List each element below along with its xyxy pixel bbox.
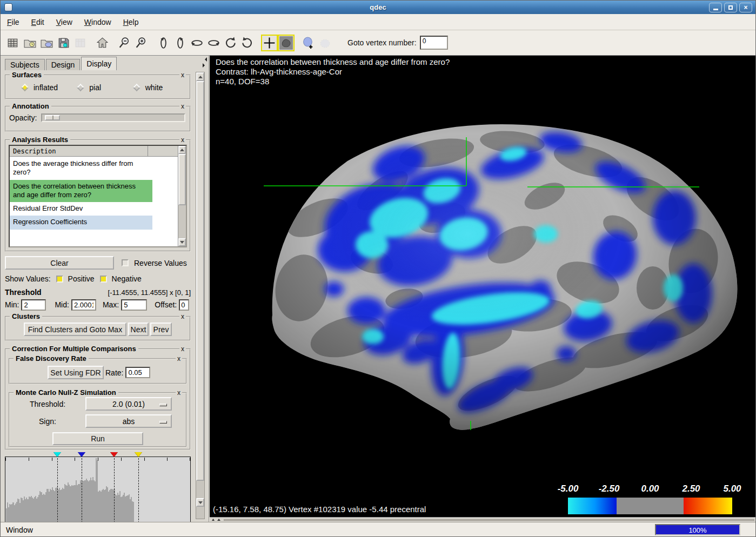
reverse-values-checkbox[interactable]: [122, 259, 129, 266]
surface-viewer[interactable]: Does the correlation between thickness a…: [210, 56, 755, 522]
menu-window[interactable]: Window: [84, 18, 111, 26]
correction-close-icon[interactable]: x: [179, 345, 186, 353]
menu-file[interactable]: File: [7, 18, 19, 26]
save-project-file-icon: [57, 36, 70, 50]
analysis-row[interactable]: Does the average thickness differ from z…: [10, 157, 152, 180]
statusbar: Window 100%: [1, 522, 755, 537]
tab-design[interactable]: Design: [46, 59, 81, 70]
horizontal-scrollbar[interactable]: [210, 517, 755, 522]
zoom-out-button[interactable]: [116, 35, 133, 51]
render-canvas[interactable]: Does the correlation between thickness a…: [210, 56, 755, 517]
analysis-list-scrollbar[interactable]: [178, 146, 186, 246]
open-project-file-button[interactable]: [22, 35, 38, 51]
panel-scroll-down-button[interactable]: [196, 498, 204, 507]
threshold-line: [114, 458, 115, 528]
next-cluster-button[interactable]: Next: [128, 323, 149, 336]
opacity-slider-thumb[interactable]: [45, 115, 60, 120]
rotate-down-button[interactable]: [172, 35, 189, 51]
scroll-down-button[interactable]: [178, 238, 186, 246]
analysis-row[interactable]: Does the correlation between thickness a…: [10, 180, 152, 203]
rotate-up-button[interactable]: [155, 35, 172, 51]
surface-option-pial[interactable]: pial: [78, 83, 133, 92]
find-clusters-button[interactable]: Find Clusters and Goto Max: [24, 323, 126, 336]
clusters-close-icon[interactable]: x: [179, 313, 186, 320]
panel-scrollbar-thumb[interactable]: [196, 81, 204, 481]
surfaces-close-icon[interactable]: x: [179, 71, 186, 79]
clear-button[interactable]: Clear: [5, 256, 114, 270]
negative-checkbox[interactable]: [100, 276, 107, 283]
set-using-fdr-button[interactable]: Set Using FDR: [48, 366, 104, 379]
run-simulation-button[interactable]: Run: [52, 432, 143, 445]
open-label-button[interactable]: [38, 35, 55, 51]
threshold-marker-icon[interactable]: [78, 452, 85, 457]
add-marker-button[interactable]: [300, 35, 317, 51]
clusters-title: Clusters: [10, 312, 42, 320]
surfaces-section: Surfaces x inflatedpialwhite: [5, 75, 191, 99]
surface-option-white[interactable]: white: [134, 83, 190, 92]
analysis-list-rows: Does the average thickness differ from z…: [10, 157, 152, 246]
analysis-row[interactable]: Regression Coefficients: [10, 216, 152, 229]
threshold-line: [82, 458, 82, 528]
scrollbar-rail[interactable]: [224, 519, 754, 521]
radio-diamond-icon: [133, 84, 141, 91]
save-project-file-button[interactable]: [55, 35, 72, 51]
scrollbar-thumb[interactable]: [178, 154, 186, 205]
open-label-icon: [40, 36, 53, 50]
menu-view[interactable]: View: [56, 18, 72, 26]
rotate-left-button[interactable]: [189, 35, 205, 51]
value-histogram[interactable]: [5, 457, 191, 530]
opacity-slider[interactable]: [41, 113, 185, 122]
toolbar: Goto vertex number:: [1, 30, 755, 56]
spin-cw-button[interactable]: [239, 35, 256, 51]
panel-scroll-up-button[interactable]: [196, 72, 204, 81]
spin-ccw-button[interactable]: [222, 35, 239, 51]
mid-label: Mid:: [55, 300, 69, 309]
mc-threshold-dropdown[interactable]: 2.0 (0.01): [85, 397, 172, 411]
monte-carlo-close-icon[interactable]: x: [176, 389, 182, 397]
panel-scrollbar[interactable]: [196, 72, 205, 519]
max-input[interactable]: [121, 299, 147, 311]
home-view-button[interactable]: [94, 35, 111, 51]
rotate-right-button[interactable]: [205, 35, 222, 51]
home-view-icon: [96, 36, 109, 50]
radio-diamond-icon: [77, 84, 84, 91]
tab-subjects[interactable]: Subjects: [5, 59, 45, 70]
offset-input[interactable]: [179, 299, 189, 311]
zoom-in-button[interactable]: [133, 35, 150, 51]
threshold-marker-icon[interactable]: [110, 452, 118, 457]
analysis-column-header: Description: [10, 146, 186, 157]
save-snapshot-button[interactable]: [72, 35, 89, 51]
remove-marker-icon: [318, 36, 332, 50]
colorbar: [568, 498, 732, 514]
fdr-title: False Discovery Rate: [14, 354, 89, 363]
goto-vertex-input[interactable]: [420, 36, 448, 50]
surface-option-inflated[interactable]: inflated: [22, 83, 78, 92]
analysis-row[interactable]: Residual Error StdDev: [10, 202, 152, 216]
threshold-line: [138, 458, 139, 528]
threshold-marker-icon[interactable]: [135, 452, 142, 457]
vertex-status-text: (-15.16, 7.58, 48.75) Vertex #102319 val…: [213, 505, 426, 514]
rate-input[interactable]: [125, 367, 150, 378]
zoom-in-icon: [135, 36, 148, 50]
threshold-marker-icon[interactable]: [53, 452, 61, 457]
remove-marker-button[interactable]: [317, 35, 333, 51]
rate-label: Rate:: [105, 368, 123, 377]
overlay-contrast-text: Contrast: lh-Avg-thickness-age-Cor: [216, 67, 342, 76]
positive-checkbox[interactable]: [56, 276, 63, 283]
menu-edit[interactable]: Edit: [31, 18, 44, 26]
analysis-close-icon[interactable]: x: [179, 136, 186, 144]
scroll-up-button[interactable]: [178, 146, 186, 154]
surface-select-tool-button[interactable]: [278, 35, 295, 51]
mid-input[interactable]: [71, 299, 96, 311]
mc-sign-dropdown[interactable]: abs: [85, 414, 172, 428]
menu-help[interactable]: Help: [123, 18, 139, 26]
prev-cluster-button[interactable]: Prev: [150, 323, 172, 336]
correction-title: Correction For Multiple Comparisons: [10, 345, 138, 353]
tab-display[interactable]: Display: [81, 57, 117, 70]
tab-scroll-arrows[interactable]: [203, 57, 207, 68]
fdr-close-icon[interactable]: x: [176, 355, 182, 363]
min-input[interactable]: [21, 299, 46, 311]
crosshair-tool-button[interactable]: [261, 35, 278, 51]
open-data-table-button[interactable]: [5, 35, 22, 51]
annotation-close-icon[interactable]: x: [179, 103, 186, 110]
